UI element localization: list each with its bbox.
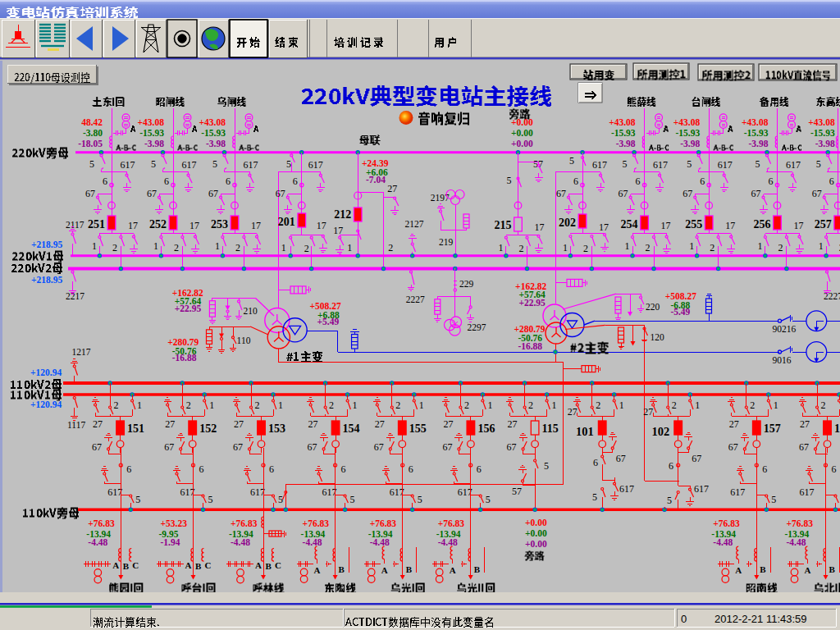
svg-text:153: 153 (268, 422, 285, 435)
svg-text:2: 2 (388, 242, 393, 253)
svg-text:5: 5 (208, 494, 213, 505)
svg-text:A: A (255, 560, 262, 570)
svg-text:+22.95: +22.95 (518, 298, 546, 308)
svg-text:A: A (381, 565, 388, 575)
svg-text:2: 2 (646, 242, 651, 253)
svg-text:6: 6 (700, 176, 705, 187)
svg-text:2: 2 (112, 242, 117, 253)
svg-text:A: A (805, 565, 811, 575)
svg-text:617: 617 (730, 486, 745, 498)
svg-text:-4.48: -4.48 (438, 537, 458, 547)
svg-text:48.42: 48.42 (81, 117, 103, 127)
svg-text:120: 120 (651, 332, 665, 342)
svg-text:67: 67 (164, 441, 174, 453)
svg-text:255: 255 (685, 218, 702, 231)
svg-text:1117: 1117 (67, 420, 85, 430)
svg-text:6: 6 (769, 176, 774, 187)
svg-text:+43.08: +43.08 (808, 117, 835, 127)
svg-text:617: 617 (322, 486, 337, 498)
svg-text:27: 27 (568, 406, 578, 418)
svg-text:B: B (195, 561, 202, 571)
svg-text:-16.88: -16.88 (518, 341, 542, 351)
svg-text:-18.05: -18.05 (78, 139, 103, 148)
svg-text:27: 27 (387, 183, 397, 194)
svg-text:1: 1 (487, 399, 492, 411)
svg-text:-3.80: -3.80 (83, 128, 103, 138)
svg-text:-15.93: -15.93 (675, 128, 700, 138)
svg-text:1: 1 (92, 240, 97, 252)
svg-text:254: 254 (621, 218, 638, 231)
svg-text:2: 2 (596, 399, 600, 411)
svg-text:5: 5 (486, 494, 491, 505)
svg-text:17: 17 (661, 220, 671, 231)
svg-text:17: 17 (189, 220, 199, 231)
svg-text:-4.48: -4.48 (713, 537, 733, 547)
svg-text:219: 219 (439, 237, 454, 247)
svg-text:617: 617 (619, 483, 634, 495)
svg-text:1: 1 (552, 399, 557, 411)
svg-text:17: 17 (794, 220, 804, 231)
svg-text:67: 67 (85, 188, 95, 199)
svg-text:67: 67 (308, 441, 317, 453)
svg-text:6: 6 (341, 463, 346, 475)
svg-text:B: B (406, 564, 413, 574)
svg-text:57: 57 (512, 486, 522, 497)
svg-text:-4.48: -4.48 (787, 537, 806, 547)
svg-text:617: 617 (390, 486, 404, 498)
svg-text:67: 67 (208, 188, 218, 199)
svg-text:27: 27 (165, 418, 175, 430)
svg-text:5: 5 (544, 460, 549, 472)
svg-text:+76.83: +76.83 (370, 518, 397, 528)
svg-text:6: 6 (409, 463, 413, 475)
svg-text:1: 1 (419, 399, 424, 411)
svg-text:A: A (735, 565, 742, 575)
svg-text:617: 617 (458, 486, 472, 498)
svg-text:154: 154 (343, 422, 360, 435)
svg-text:67: 67 (616, 453, 626, 464)
svg-text:6: 6 (103, 176, 107, 187)
svg-text:+76.83: +76.83 (231, 518, 258, 528)
svg-text:27: 27 (729, 418, 739, 430)
svg-text:6: 6 (832, 463, 837, 475)
svg-text:A: A (314, 565, 321, 575)
svg-text:1: 1 (758, 240, 763, 252)
svg-text:617: 617 (800, 486, 815, 498)
svg-text:2: 2 (821, 399, 826, 411)
svg-text:-5.49: -5.49 (670, 307, 690, 317)
svg-text:1: 1 (563, 242, 568, 253)
svg-text:5: 5 (623, 158, 628, 170)
svg-text:-3.98: -3.98 (206, 139, 226, 148)
svg-text:252: 252 (149, 218, 167, 231)
svg-text:+120.94: +120.94 (30, 368, 62, 377)
svg-text:67: 67 (728, 441, 738, 453)
svg-text:617: 617 (121, 159, 135, 171)
svg-text:+43.08: +43.08 (673, 117, 701, 127)
svg-text:+43.08: +43.08 (199, 117, 226, 127)
svg-text:2127: 2127 (405, 219, 424, 229)
svg-text:617: 617 (308, 159, 323, 171)
svg-text:6: 6 (164, 176, 169, 187)
svg-text:2: 2 (710, 242, 714, 253)
svg-text:+5.49: +5.49 (317, 317, 340, 326)
svg-text:27: 27 (643, 406, 653, 418)
svg-text:1: 1 (153, 240, 158, 252)
svg-text:210: 210 (243, 306, 258, 316)
svg-text:617: 617 (718, 159, 733, 171)
svg-text:C: C (275, 560, 281, 570)
svg-text:17: 17 (725, 220, 735, 231)
svg-text:-3.98: -3.98 (815, 139, 835, 148)
svg-text:17: 17 (535, 221, 545, 233)
svg-text:1: 1 (499, 242, 504, 253)
svg-text:67: 67 (92, 441, 102, 453)
svg-text:2: 2 (528, 399, 533, 411)
svg-text:5: 5 (771, 494, 776, 505)
svg-text:229: 229 (459, 279, 474, 289)
svg-text:17: 17 (128, 220, 138, 231)
svg-text:-16.88: -16.88 (172, 353, 197, 363)
svg-text:115: 115 (542, 422, 559, 435)
svg-text:1: 1 (619, 399, 624, 411)
svg-text:67: 67 (147, 188, 157, 199)
svg-text:+0.00: +0.00 (511, 117, 533, 127)
svg-text:5: 5 (151, 158, 156, 170)
svg-text:B: B (829, 564, 836, 574)
